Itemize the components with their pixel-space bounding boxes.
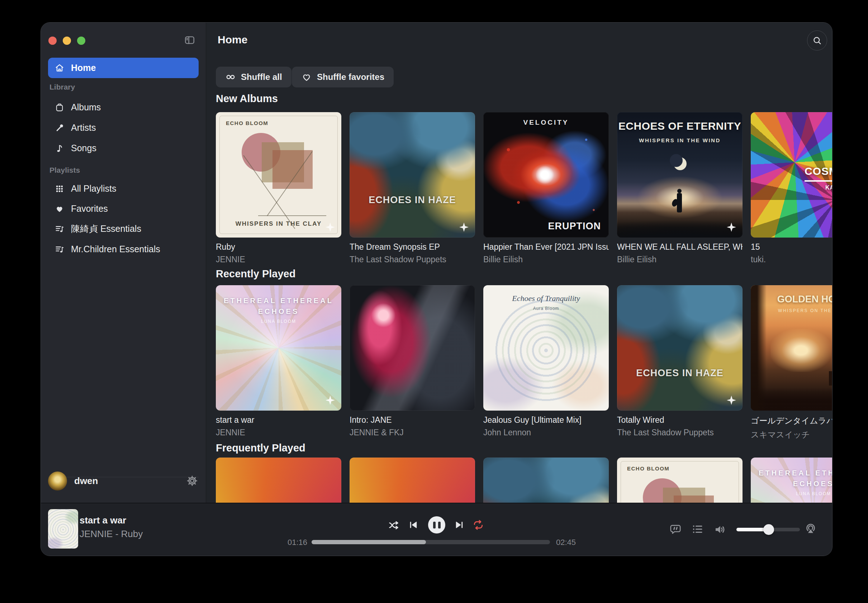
gear-icon[interactable] [186, 475, 198, 487]
sidebar-item-home[interactable]: Home [48, 58, 198, 78]
album-cover-art: VELOCITY ERUPTION [483, 112, 609, 238]
repeat-button[interactable] [473, 519, 484, 530]
album-card[interactable]: VELOCITY ERUPTION Happier Than Ever [202… [483, 112, 609, 264]
cover-text: COSMIC EC [804, 165, 832, 182]
cover-text: WHISPERS IN THE WIND [617, 137, 742, 143]
infinity-icon [225, 72, 236, 82]
cover-art-decor [674, 157, 687, 170]
heart-icon [54, 204, 65, 214]
avatar [48, 472, 67, 490]
cover-text: KALEIDOSCO [825, 184, 832, 191]
queue-button[interactable] [691, 523, 704, 535]
album-card[interactable]: GOLDEN HOUR WHISPERS ON THE WIND ゴールデンタイ… [751, 285, 832, 440]
sidebar-item-albums[interactable]: Albums [48, 97, 198, 118]
album-artist: The Last Shadow Puppets [350, 255, 475, 264]
volume-icon[interactable] [713, 523, 726, 536]
volume-slider[interactable] [736, 528, 800, 531]
cover-text: ECHOES [216, 308, 341, 315]
lyrics-button[interactable] [670, 523, 682, 535]
zoom-window-button[interactable] [77, 37, 85, 45]
sidebar-item-songs[interactable]: Songs [48, 138, 198, 158]
cover-art-decor [262, 142, 304, 182]
close-window-button[interactable] [48, 37, 57, 45]
album-cover-art: ECHOES IN HAZE [617, 285, 742, 411]
shuffle-button[interactable] [388, 520, 399, 531]
album-cover-art: ECHO BLOOM WHISPERS IN THE CLAY [216, 112, 341, 238]
album-card[interactable]: ECHO BLOOM WHISPERS IN THE CLAY [617, 458, 742, 502]
cover-text: GOLDEN HOUR [751, 294, 832, 305]
search-button[interactable] [807, 31, 827, 51]
progress-bar[interactable] [312, 540, 550, 544]
sidebar-item-all-playlists[interactable]: All Playlists [48, 178, 198, 199]
album-artist: The Last Shadow Puppets [617, 428, 742, 438]
album-card[interactable]: ETHEREAL ETHEREAL ECHOES LUNA BLOOM [751, 458, 832, 502]
cover-text: ECHOES [751, 480, 832, 488]
album-card[interactable]: ECHOES OF ETERNITY WHISPERS IN THE WIND … [617, 112, 742, 264]
next-track-button[interactable] [454, 520, 465, 530]
content-row: Home Library Albums Artists [41, 23, 832, 502]
user-row[interactable]: dwen [48, 470, 198, 492]
cover-text: ECHO BLOOM [226, 120, 268, 126]
sidebar-item-playlist-chen-essentials[interactable]: 陳綺貞 Essentials [48, 218, 198, 239]
album-card[interactable] [216, 458, 341, 502]
search-icon [812, 36, 822, 45]
cover-text: WHISPERS ON THE WIND [751, 308, 832, 313]
album-artist: John Lennon [483, 428, 609, 438]
album-card[interactable]: ECHOES IN HAZE The Dream Synopsis EP The… [350, 112, 475, 264]
cover-text: ETHEREAL ETHEREAL [751, 469, 832, 477]
sidebar-item-label: Artists [71, 122, 96, 133]
cover-text: ECHOES OF ETERNITY [617, 120, 742, 132]
app-window: Home Library Albums Artists [40, 22, 832, 556]
volume-knob[interactable] [763, 524, 774, 535]
cover-art-decor [242, 133, 281, 172]
album-card[interactable]: ECHO BLOOM WHISPERS IN THE CLAY Ruby JEN… [216, 112, 341, 264]
sidebar-item-favorites[interactable]: Favorites [48, 198, 198, 219]
main-content: Home Shuffle all [206, 23, 832, 502]
playlist-icon [54, 224, 65, 234]
album-artist: Billie Eilish [617, 255, 742, 264]
minimize-window-button[interactable] [63, 37, 71, 45]
cover-art-decor [273, 150, 313, 189]
album-cover-art: COSMIC EC KALEIDOSCO [751, 112, 832, 238]
sidebar-item-artists[interactable]: Artists [48, 118, 198, 138]
previous-track-button[interactable] [408, 520, 419, 530]
cover-art-decor [258, 215, 326, 216]
album-card[interactable]: ECHOES IN HAZE Totally Wired The Last Sh… [617, 285, 742, 440]
sidebar-item-playlist-mrchildren-essentials[interactable]: Mr.Children Essentials [48, 239, 198, 260]
sidebar-item-label: 陳綺貞 Essentials [71, 223, 141, 235]
library-section-label: Library [50, 83, 75, 91]
section-title-recently-played: Recently Played [216, 268, 295, 280]
duration-time: 02:45 [556, 538, 576, 547]
album-artist: tuki. [751, 255, 832, 264]
shuffle-all-button[interactable]: Shuffle all [216, 66, 291, 87]
album-card[interactable]: Echoes of Tranquility Aura Bloom Jealous… [483, 285, 609, 440]
pause-button[interactable] [428, 516, 445, 533]
airplay-icon[interactable] [804, 523, 817, 535]
user-name: dwen [74, 475, 98, 487]
heart-outline-icon [301, 72, 312, 82]
sparkle-icon [459, 223, 469, 232]
album-card[interactable]: Intro: JANE JENNIE & FKJ [350, 285, 475, 440]
shuffle-favorites-button[interactable]: Shuffle favorites [292, 66, 394, 87]
home-icon [54, 63, 65, 73]
album-cover-art: ETHEREAL ETHEREAL ECHOES LUNA BLOOM [216, 285, 341, 411]
cover-text: ETHEREAL ETHEREAL [216, 297, 341, 305]
cover-text: LUNA BLOOM [751, 491, 832, 496]
section-title-new-albums: New Albums [216, 93, 278, 105]
cover-art-decor [216, 458, 341, 502]
album-card[interactable]: ETHEREAL ETHEREAL ECHOES LUNA BLOOM star… [216, 285, 341, 440]
sidebar-toggle-icon[interactable] [183, 34, 197, 46]
now-playing-artwork[interactable] [48, 509, 78, 549]
elapsed-time: 01:16 [276, 538, 307, 547]
album-artist: JENNIE [216, 255, 341, 264]
cover-art-decor [663, 488, 705, 502]
cover-text: ECHOES IN HAZE [350, 195, 475, 206]
album-card[interactable]: ECHOES IN HAZE [483, 458, 609, 502]
album-card[interactable]: COSMIC EC KALEIDOSCO 15 tuki. [751, 112, 832, 264]
pause-icon [433, 522, 436, 529]
cover-text: ECHO BLOOM [627, 465, 670, 472]
album-cover-art [350, 285, 475, 411]
album-card[interactable] [350, 458, 475, 502]
player-bar: start a war JENNIE - Ruby [41, 502, 832, 556]
album-title: Happier Than Ever [2021 JPN Issue]… [483, 242, 609, 252]
